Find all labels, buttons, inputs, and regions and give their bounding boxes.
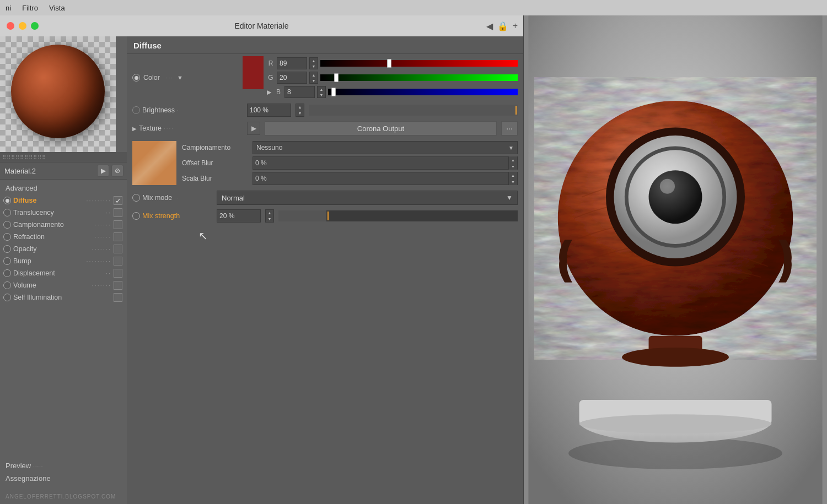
editor-body: ⠿⠿⠿⠿⠿⠿⠿⠿⠿⠿ ▶ ⊘ Advanced Diffuse ······ — [0, 36, 523, 504]
sidebar-item-bump[interactable]: Bump ········· — [0, 255, 127, 267]
radio-displacement[interactable] — [3, 269, 11, 277]
texture-corona-output-btn[interactable]: Corona Output — [265, 121, 497, 136]
spinner-g[interactable]: ▲ ▼ — [309, 72, 318, 84]
sidebar-item-displacement[interactable]: Displacement ·· — [0, 267, 127, 279]
checkbox-refraction[interactable] — [114, 232, 122, 241]
campionamento-dropdown[interactable]: Nessuno ▼ — [253, 141, 518, 154]
brightness-slider[interactable] — [309, 105, 518, 116]
offset-blur-up[interactable]: ▲ — [509, 156, 517, 163]
mix-mode-value: Normal — [222, 194, 245, 202]
expand-b-icon[interactable]: ▶ — [267, 89, 271, 96]
sidebar-footer: Preview Assegnazione — [0, 455, 127, 489]
spinner-down-g[interactable]: ▼ — [310, 78, 318, 83]
spinner-r[interactable]: ▲ ▼ — [309, 57, 318, 69]
scala-blur-up[interactable]: ▲ — [509, 172, 517, 178]
menu-item-ni[interactable]: ni — [6, 4, 11, 12]
scala-blur-spinner[interactable]: ▲ ▼ — [508, 172, 517, 185]
material-name-input[interactable] — [4, 167, 97, 175]
mix-strength-up[interactable]: ▲ — [266, 210, 273, 216]
offset-blur-down[interactable]: ▼ — [509, 163, 517, 170]
radio-reflection[interactable] — [3, 221, 11, 229]
spinner-up-g[interactable]: ▲ — [310, 72, 318, 78]
color-swatch[interactable] — [243, 56, 264, 89]
scala-blur-down[interactable]: ▼ — [509, 178, 517, 185]
scala-blur-input[interactable] — [253, 175, 507, 182]
assegnazione-link[interactable]: Assegnazione — [6, 472, 121, 485]
brightness-spinner-up[interactable]: ▲ — [296, 104, 304, 110]
sidebar-item-reflection[interactable]: Campionamento ······ — [0, 219, 127, 231]
slider-b[interactable] — [328, 89, 518, 95]
spinner-down-r[interactable]: ▼ — [310, 63, 318, 69]
scala-blur-control[interactable]: ▲ ▼ — [253, 172, 518, 185]
material-nav-prohibit[interactable]: ⊘ — [111, 165, 123, 177]
channel-input-g[interactable] — [277, 72, 307, 84]
texture-three-dots-btn[interactable]: ··· — [501, 121, 518, 136]
checkbox-translucency[interactable] — [114, 208, 122, 217]
svg-point-8 — [660, 179, 675, 194]
sidebar-item-translucency[interactable]: Translucency ·· — [0, 207, 127, 219]
menu-item-filtro[interactable]: Filtro — [22, 4, 38, 12]
minimize-button[interactable] — [19, 22, 26, 30]
channel-input-b[interactable] — [284, 86, 315, 98]
lock-icon[interactable]: 🔒 — [497, 21, 508, 31]
checkbox-opacity[interactable] — [114, 245, 122, 253]
slider-r[interactable] — [320, 60, 518, 67]
mix-strength-input[interactable] — [217, 209, 261, 223]
back-icon[interactable]: ◀ — [486, 21, 493, 31]
texture-thumbnail[interactable] — [132, 141, 176, 185]
offset-blur-control[interactable]: ▲ ▼ — [253, 156, 518, 170]
checkbox-bump[interactable] — [114, 257, 122, 265]
preview-link[interactable]: Preview — [6, 459, 121, 472]
offset-blur-input[interactable] — [253, 159, 507, 167]
sidebar-item-diffuse[interactable]: Diffuse ········· ✓ — [0, 194, 127, 207]
mix-strength-down[interactable]: ▼ — [266, 216, 273, 222]
slider-thumb-r[interactable] — [387, 59, 391, 68]
add-icon[interactable]: + — [513, 21, 518, 31]
slider-thumb-b[interactable] — [331, 88, 336, 96]
checkbox-self-illumination[interactable] — [114, 293, 122, 302]
radio-self-illumination[interactable] — [3, 294, 11, 301]
spinner-up-b[interactable]: ▲ — [318, 86, 325, 92]
offset-blur-spinner[interactable]: ▲ ▼ — [508, 156, 517, 170]
material-nav-prev[interactable]: ▶ — [97, 165, 109, 177]
radio-bump[interactable] — [3, 257, 11, 265]
sidebar-item-volume[interactable]: Volume ······· — [0, 279, 127, 291]
spinner-down-b[interactable]: ▼ — [318, 92, 325, 97]
sidebar-item-refraction[interactable]: Refraction ······ — [0, 231, 127, 243]
radio-color[interactable] — [132, 74, 140, 82]
radio-brightness[interactable] — [132, 106, 140, 114]
texture-btn-label: Corona Output — [357, 124, 404, 133]
menu-item-vista[interactable]: Vista — [49, 4, 65, 12]
checkbox-displacement[interactable] — [114, 269, 122, 278]
brightness-spinner-down[interactable]: ▼ — [296, 110, 304, 116]
radio-refraction[interactable] — [3, 233, 11, 241]
sidebar-item-self-illumination[interactable]: Self Illumination — [0, 291, 127, 304]
texture-expand-arrow[interactable]: ▶ — [132, 126, 137, 132]
mix-mode-dropdown[interactable]: Normal ▼ — [217, 191, 518, 205]
mix-strength-slider[interactable] — [278, 210, 518, 221]
slider-g[interactable] — [320, 74, 518, 81]
radio-translucency[interactable] — [3, 209, 11, 216]
color-dropdown-arrow[interactable]: ▼ — [177, 74, 183, 81]
radio-opacity[interactable] — [3, 245, 11, 253]
brightness-value-input[interactable] — [247, 104, 291, 117]
channel-input-r[interactable] — [277, 57, 307, 69]
radio-mix-strength[interactable] — [132, 212, 140, 220]
slider-thumb-g[interactable] — [334, 73, 339, 82]
radio-mix-mode[interactable] — [132, 194, 140, 202]
radio-diffuse[interactable] — [3, 197, 11, 204]
spinner-up-r[interactable]: ▲ — [310, 58, 318, 63]
brightness-spinner[interactable]: ▲ ▼ — [296, 104, 304, 117]
checkbox-diffuse[interactable]: ✓ — [114, 196, 122, 205]
radio-volume[interactable] — [3, 281, 11, 289]
checkbox-reflection[interactable] — [114, 220, 122, 229]
texture-arrow-btn[interactable]: ▶ — [247, 122, 260, 135]
spinner-b[interactable]: ▲ ▼ — [317, 86, 326, 98]
close-button[interactable] — [7, 22, 14, 30]
texture-details: Campionamento Nessuno ▼ Offset Blur — [127, 138, 523, 188]
checkbox-volume[interactable] — [114, 281, 122, 290]
mix-strength-spinner[interactable]: ▲ ▼ — [265, 209, 274, 223]
maximize-button[interactable] — [31, 22, 39, 30]
sidebar-item-opacity[interactable]: Opacity ······· — [0, 243, 127, 255]
drag-handle[interactable]: ⠿⠿⠿⠿⠿⠿⠿⠿⠿⠿ — [0, 152, 127, 162]
